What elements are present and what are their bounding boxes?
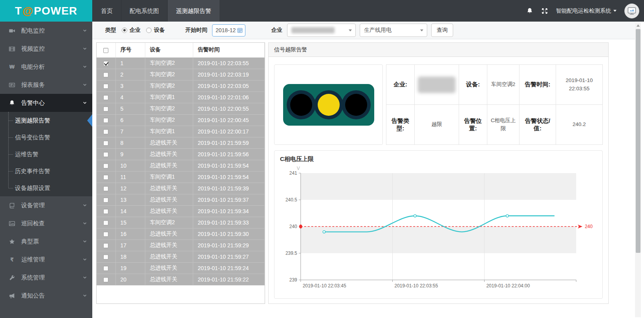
row-checkbox[interactable]	[103, 277, 108, 282]
alarm-info-table: 企业:设备:车间空调2告警时间:2019-01-10 22:03:55告警类型:…	[386, 64, 603, 145]
row-checkbox[interactable]	[103, 197, 108, 203]
table-row[interactable]: 10总进线开关2019-01-10 21:59:54	[97, 160, 265, 171]
col-header-device: 设备	[145, 43, 193, 57]
row-checkbox[interactable]	[103, 84, 108, 89]
sidebar-item-history-event-alarm[interactable]: 历史事件告警	[0, 163, 92, 179]
fullscreen-icon[interactable]	[541, 7, 548, 15]
row-checkbox[interactable]	[103, 95, 108, 100]
row-checkbox[interactable]	[103, 72, 108, 77]
chevron-down-icon	[82, 101, 87, 105]
row-checkbox[interactable]	[103, 243, 108, 248]
scrollbar-up-arrow[interactable]	[635, 22, 641, 28]
table-row[interactable]: 2车间空调22019-01-10 22:03:19	[97, 69, 265, 80]
row-checkbox[interactable]	[103, 175, 108, 180]
table-row[interactable]: 9总进线开关2019-01-10 21:59:56	[97, 148, 265, 160]
vertical-scrollbar[interactable]	[635, 22, 641, 317]
sidebar-item-video-monitoring[interactable]: 视频监控	[0, 40, 92, 58]
redacted-value	[418, 77, 456, 93]
row-no: 3	[115, 80, 145, 91]
sidebar-item-typical-ticket[interactable]: 典型票	[0, 232, 92, 250]
row-checkbox[interactable]	[103, 220, 108, 225]
topbar-right: 智能配电运检检测系统	[526, 0, 639, 22]
tab-telemetry-overlimit-alarm[interactable]: 遥测越限告警	[167, 0, 220, 22]
svg-text:₹: ₹	[10, 256, 14, 263]
line-select[interactable]: 生产线用电	[360, 24, 427, 37]
bell-icon[interactable]	[526, 7, 533, 15]
table-row[interactable]: 6车间空调22019-01-10 22:00:45	[97, 114, 265, 126]
svg-text:2019-01-10 22:03:55: 2019-01-10 22:03:55	[395, 283, 438, 289]
table-row[interactable]: 14总进线开关2019-01-10 21:59:34	[97, 205, 265, 217]
table-row[interactable]: 19总进线开关2019-01-10 21:59:24	[97, 262, 265, 274]
avatar[interactable]	[624, 4, 639, 18]
start-time-input[interactable]	[216, 27, 237, 33]
tab-distribution-diagram[interactable]: 配电系统图	[121, 0, 167, 22]
sidebar-item-system-management[interactable]: 系统管理	[0, 269, 92, 287]
sidebar-item-telemetry-overlimit-alarm[interactable]: 遥测越限告警	[0, 112, 92, 129]
sidebar-item-device-limit-setting[interactable]: 设备越限设置	[0, 179, 92, 196]
row-checkbox[interactable]	[103, 266, 108, 271]
traffic-light-card	[274, 64, 383, 145]
sidebar-item-signal-change-alarm[interactable]: 信号变位告警	[0, 129, 92, 146]
system-menu[interactable]: 智能配电运检检测系统	[556, 7, 617, 15]
row-checkbox-cell	[97, 137, 115, 148]
row-checkbox-cell	[97, 205, 115, 217]
sidebar-item-patrol-inspection[interactable]: 巡回检查	[0, 214, 92, 232]
chevron-down-icon	[82, 203, 87, 208]
table-row[interactable]: 17总进线开关2019-01-10 21:59:29	[97, 239, 265, 251]
table-row[interactable]: 1车间空调22019-01-10 22:03:55	[97, 57, 265, 69]
select-all-checkbox[interactable]	[103, 48, 108, 53]
sidebar-item-power-monitoring[interactable]: 配电监控	[0, 22, 92, 40]
row-time: 2019-01-10 21:59:33	[193, 217, 265, 228]
row-no: 8	[115, 137, 145, 148]
row-time: 2019-01-10 21:59:54	[193, 160, 265, 171]
table-row[interactable]: 4车间空调12019-01-10 22:01:06	[97, 91, 265, 103]
table-row[interactable]: 16总进线开关2019-01-10 21:59:30	[97, 228, 265, 239]
table-row[interactable]: 20总进线开关2019-01-10 21:59:22	[97, 274, 265, 285]
svg-text:2019-01-10 22:03:45: 2019-01-10 22:03:45	[303, 283, 346, 289]
row-checkbox[interactable]	[103, 254, 108, 260]
sidebar-item-notice[interactable]: 通知公告	[0, 287, 92, 305]
table-row[interactable]: 13总进线开关2019-01-10 21:59:37	[97, 194, 265, 205]
row-checkbox[interactable]	[103, 163, 108, 168]
query-button[interactable]: 查询	[431, 24, 453, 37]
newspaper-icon	[9, 82, 15, 88]
row-checkbox[interactable]	[103, 186, 108, 191]
calendar-icon[interactable]	[237, 27, 243, 33]
table-row[interactable]: 12总进线开关2019-01-10 21:59:39	[97, 183, 265, 194]
sidebar-item-energy-analysis[interactable]: ₩电能分析	[0, 58, 92, 76]
sidebar-item-alarm-center[interactable]: 告警中心	[0, 94, 92, 112]
traffic-lamp-ring	[342, 90, 371, 119]
type-radio-0[interactable]	[122, 27, 127, 33]
sidebar-item-report-service[interactable]: 报表服务	[0, 76, 92, 94]
svg-text:240: 240	[289, 224, 297, 229]
table-row[interactable]: 15车间空调22019-01-10 21:59:33	[97, 217, 265, 228]
sidebar-item-device-management[interactable]: 设备管理	[0, 196, 92, 214]
tab-home[interactable]: 首页	[92, 0, 121, 22]
sidebar-item-ops-alarm[interactable]: 运维告警	[0, 146, 92, 163]
type-label: 类型	[105, 27, 116, 34]
row-checkbox[interactable]	[103, 129, 108, 134]
film-icon	[9, 46, 15, 52]
row-checkbox[interactable]	[103, 232, 108, 237]
scrollbar-thumb[interactable]	[636, 29, 640, 253]
type-radio-1[interactable]	[146, 27, 152, 33]
row-checkbox[interactable]	[103, 152, 108, 157]
table-row[interactable]: 3车间空调22019-01-10 22:03:05	[97, 80, 265, 91]
row-checkbox[interactable]	[103, 141, 108, 146]
sidebar-item-ops-management[interactable]: ₹运维管理	[0, 250, 92, 269]
row-checkbox[interactable]	[103, 106, 108, 111]
info-label-alarm-time: 告警时间:	[520, 65, 556, 105]
row-checkbox[interactable]	[103, 61, 108, 66]
table-row[interactable]: 7车间空调12019-01-10 22:00:17	[97, 126, 265, 137]
chart-title: C相电压上限	[280, 155, 598, 163]
table-row[interactable]: 5车间空调22019-01-10 22:00:55	[97, 103, 265, 114]
row-checkbox[interactable]	[103, 209, 108, 214]
row-device: 车间空调2	[145, 69, 193, 80]
table-row[interactable]: 11车间空调12019-01-10 21:59:54	[97, 171, 265, 183]
row-device: 总进线开关	[145, 262, 193, 274]
table-row[interactable]: 18总进线开关2019-01-10 21:59:27	[97, 251, 265, 262]
row-checkbox-cell	[97, 114, 115, 126]
row-checkbox[interactable]	[103, 118, 108, 123]
table-row[interactable]: 8总进线开关2019-01-10 21:59:59	[97, 137, 265, 148]
enterprise-select[interactable]	[287, 24, 356, 37]
